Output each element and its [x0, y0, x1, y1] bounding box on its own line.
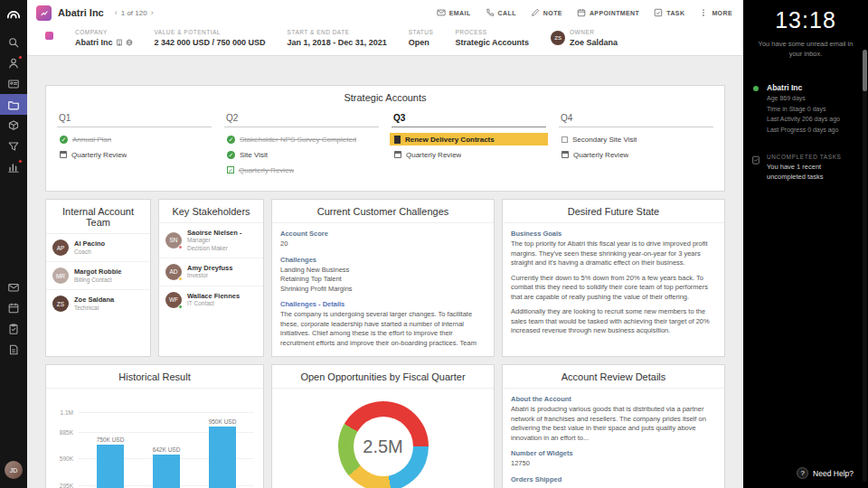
quarter-header[interactable]: Q4 — [559, 110, 713, 127]
question-mark-icon: ? — [797, 467, 808, 479]
opportunities-card: Open Opportunities by Fiscal Quarter 2.5… — [271, 364, 495, 488]
stakeholders-card: Key Stakeholders SN Saoirse Nielsen -Man… — [158, 199, 264, 357]
quarter-header[interactable]: Q1 — [57, 110, 212, 127]
quarter-q1: Q1 Annual Plan Quarterly Review — [57, 110, 212, 176]
process-step[interactable]: Secondary Site Visit — [559, 133, 713, 145]
member-avatar: WF — [165, 292, 182, 308]
feed-account-item[interactable]: Abatri Inc Age 869 days Time in Stage 0 … — [743, 78, 868, 139]
field-process: PROCESS Strategic Accounts — [455, 29, 529, 47]
prev-record-icon[interactable]: ‹ — [115, 9, 118, 17]
feed-tasks-item[interactable]: UNCOMPLETED TASKS You have 1 recent unco… — [743, 148, 868, 187]
challenge-item: Landing New Business — [280, 266, 486, 276]
field-status: STATUS Open — [409, 29, 434, 47]
process-step[interactable]: Site Visit — [224, 148, 379, 161]
green-status-dot — [753, 86, 759, 91]
status-dot — [178, 245, 183, 249]
done-outline-check-icon — [227, 166, 234, 174]
email-button[interactable]: EMAIL — [437, 8, 471, 17]
more-button[interactable]: MORE — [699, 8, 732, 17]
quarter-q3-active: Q3 Renew Delivery Contracts Quarterly Re… — [392, 110, 546, 176]
goals-paragraph: Currently their down to 5% down from 20%… — [511, 274, 716, 303]
calendar-icon — [577, 8, 586, 17]
phone-icon — [486, 8, 495, 17]
process-step[interactable]: Annual Plan — [57, 133, 212, 145]
process-step[interactable]: Quarterly Review — [57, 148, 212, 161]
account-card-icon[interactable] — [0, 73, 27, 94]
bar[interactable] — [209, 427, 236, 488]
pencil-icon — [531, 8, 540, 17]
member-avatar: ZS — [52, 296, 69, 312]
card-title: Open Opportunities by Fiscal Quarter — [272, 365, 494, 389]
quarter-q4: Q4 Secondary Site Visit Quarterly Review — [559, 110, 713, 176]
process-step[interactable]: Stakeholder NPS Survey Completed — [224, 133, 379, 145]
label-tag-icon[interactable] — [45, 32, 53, 40]
note-step-icon — [394, 136, 401, 144]
team-member-row[interactable]: ZS Zoe SaldanaTechnical — [46, 290, 150, 317]
stakeholder-row[interactable]: SN Saoirse Nielsen -ManagerDecision Make… — [159, 223, 263, 258]
team-member-row[interactable]: MR Margot RobbieBilling Contact — [46, 262, 150, 290]
done-check-icon — [227, 151, 235, 159]
card-title: Internal Account Team — [46, 200, 150, 234]
scrollbar-thumb[interactable] — [863, 50, 867, 91]
company-website-icon — [126, 39, 133, 46]
calendar-icon[interactable] — [0, 297, 27, 318]
products-icon[interactable] — [0, 115, 27, 136]
widgets-value: 12750 — [511, 459, 716, 469]
tasks-icon[interactable] — [0, 318, 27, 339]
future-state-card: Desired Future State Business Goals The … — [502, 199, 725, 357]
left-nav-rail: JD — [0, 0, 27, 488]
process-step[interactable]: Quarterly Review — [224, 164, 379, 176]
bar[interactable] — [153, 455, 180, 488]
bar[interactable] — [97, 445, 124, 488]
inbox-icon[interactable] — [0, 277, 27, 297]
main-content: Abatri Inc ‹ 1 of 120 › EMAIL CALL — [27, 0, 743, 488]
activity-feed: Abatri Inc Age 869 days Time in Stage 0 … — [743, 78, 868, 187]
process-step[interactable]: Quarterly Review — [392, 148, 546, 161]
card-title: Desired Future State — [503, 200, 724, 223]
reports-icon[interactable] — [0, 339, 27, 360]
card-title: Account Review Details — [503, 365, 724, 389]
uncompleted-tasks-icon — [751, 155, 760, 164]
user-avatar[interactable]: JD — [5, 461, 23, 479]
app-logo-icon[interactable] — [5, 6, 22, 23]
contacts-icon[interactable] — [0, 52, 27, 73]
status-dot — [178, 305, 183, 309]
process-step[interactable]: Quarterly Review — [559, 148, 713, 161]
challenges-label: Challenges — [280, 256, 486, 264]
quarter-header[interactable]: Q3 — [392, 110, 546, 127]
analytics-icon[interactable] — [0, 156, 27, 177]
call-button[interactable]: CALL — [486, 8, 516, 17]
donut-chart[interactable]: 2.5M — [338, 401, 429, 488]
company-value[interactable]: Abatri Inc — [75, 38, 113, 47]
quarter-header[interactable]: Q2 — [224, 110, 379, 127]
prospecting-icon[interactable] — [0, 94, 27, 115]
process-title: Strategic Accounts — [46, 86, 724, 108]
need-help-button[interactable]: ? Need Help? — [797, 467, 854, 479]
task-button[interactable]: TASK — [654, 8, 684, 17]
team-member-row[interactable]: AP Al PacinoCoach — [46, 234, 150, 262]
field-dates: START & END DATE Jan 1, 2018 - Dec 31, 2… — [288, 29, 387, 47]
member-avatar: MR — [52, 267, 69, 284]
plot-area: 750K USD 642K USD 950K USD — [79, 390, 254, 488]
process-step-current[interactable]: Renew Delivery Contracts — [390, 133, 548, 145]
stakeholder-row[interactable]: WF Wallace FiennesIT Contact — [159, 286, 263, 314]
note-button[interactable]: NOTE — [531, 8, 562, 17]
scrollbar[interactable] — [863, 50, 867, 482]
pager-text: 1 of 120 — [121, 9, 147, 17]
owner-avatar[interactable]: ZS — [551, 31, 565, 45]
status-dot — [178, 277, 183, 281]
account-avatar[interactable] — [36, 5, 52, 21]
challenge-details-label[interactable]: Challenges - Details — [280, 300, 486, 308]
next-record-icon[interactable]: › — [151, 9, 154, 17]
appointment-button[interactable]: APPOINTMENT — [577, 8, 639, 17]
activity-panel: 13:18 You have some unread email in your… — [743, 0, 868, 488]
goals-paragraph: The top priority for Abatri this fiscal … — [511, 239, 716, 268]
pipeline-icon[interactable] — [0, 136, 27, 156]
stakeholder-row[interactable]: AD Amy DreyfussInvestor — [159, 258, 263, 286]
email-icon — [437, 8, 446, 17]
quarter-columns: Q1 Annual Plan Quarterly Review Q2 Stake… — [46, 108, 724, 176]
crm-app: JD Abatri Inc ‹ 1 of 120 › EMAIL — [0, 0, 868, 488]
notification-badge — [18, 55, 23, 60]
search-icon[interactable] — [0, 32, 27, 52]
card-title: Historical Result — [46, 365, 263, 389]
